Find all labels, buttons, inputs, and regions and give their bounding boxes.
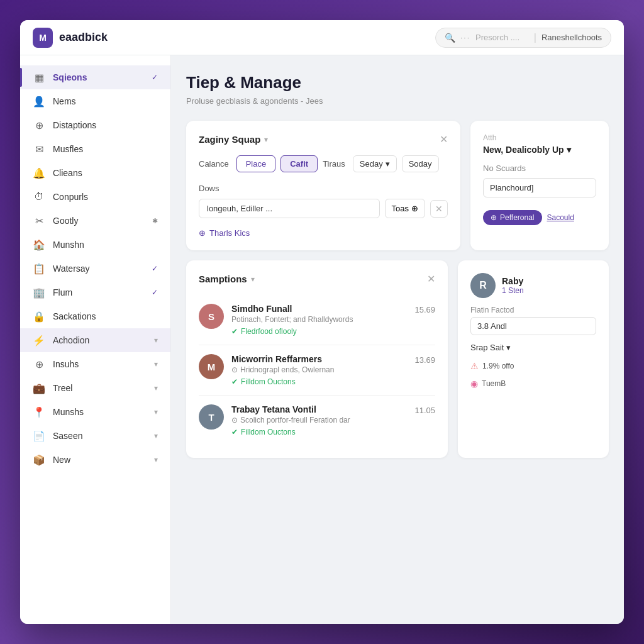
- search-bar[interactable]: 🔍 ··· Presorch .... | Raneshellchoots: [435, 28, 611, 48]
- chevron-down-icon[interactable]: ▾: [567, 145, 571, 155]
- chevron-down-icon: ▾: [154, 455, 158, 464]
- sidebar-item-new[interactable]: 📦 New ▾: [20, 448, 170, 472]
- item-sub: ⊙ Scolich portfor-freull Feration dar: [231, 416, 407, 425]
- pefferonal-button[interactable]: ⊕ Pefferonal: [483, 210, 542, 225]
- sidebar-item-treel[interactable]: 💼 Treel ▾: [20, 376, 170, 400]
- saseen-icon: 📄: [33, 430, 45, 442]
- sidebar-item-flum[interactable]: 🏢 Flum ✓: [20, 280, 170, 304]
- search-icon: 🔍: [445, 33, 455, 43]
- add-link-label: Tharls Kics: [209, 228, 250, 238]
- list-card-title: Samptions: [199, 274, 247, 284]
- alert-icon: ⚠: [470, 361, 479, 371]
- list-card-close[interactable]: ✕: [427, 273, 435, 285]
- side-card: Atth New, Dealicobly Up ▾ No Scuards ⊕ P…: [470, 121, 609, 250]
- sidebar-item-sackations[interactable]: 🔒 Sackations: [20, 304, 170, 328]
- sidebar-item-saseen[interactable]: 📄 Saseen ▾: [20, 424, 170, 448]
- search-input[interactable]: Presorch ....: [475, 33, 529, 42]
- sidebar-label: Sqieons: [53, 72, 144, 82]
- new-icon: 📦: [33, 453, 45, 466]
- avatar: S: [199, 304, 224, 329]
- sidebar-item-clieans[interactable]: 🔔 Clieans: [20, 161, 170, 185]
- list-item: T Trabay Tetana Vontil ⊙ Scolich portfor…: [199, 396, 435, 445]
- sidebar-item-munshn[interactable]: 🏠 Munshn: [20, 233, 170, 257]
- sidebar-item-conpurls[interactable]: ⏱ Conpurls: [20, 185, 170, 209]
- add-link[interactable]: ⊕ Tharls Kics: [199, 228, 448, 238]
- place-button[interactable]: Place: [236, 155, 276, 172]
- sidebar-label: Musfles: [53, 144, 158, 154]
- achodion-icon: ⚡: [33, 334, 45, 347]
- item-number: 15.69: [414, 305, 435, 314]
- dows-input[interactable]: [199, 199, 380, 218]
- watersay-icon: 📋: [33, 262, 45, 275]
- list-card: Samptions ▾ ✕ S Simdho Funall Potinach, …: [186, 260, 448, 458]
- soday-select[interactable]: Soday: [402, 155, 439, 172]
- right-item-2: ◉ TuemB: [470, 375, 596, 392]
- filter-card: Zaginy Squap ▾ ✕ Calance Place Cafit Tir…: [186, 121, 460, 250]
- item-name: Micworrin Reffarmers: [231, 354, 407, 364]
- list-dropdown-icon[interactable]: ▾: [251, 275, 255, 284]
- munshn-icon: 🏠: [33, 238, 45, 251]
- sidebar-label: Insuhs: [53, 359, 147, 369]
- sidebar-label: Sackations: [53, 311, 158, 321]
- seday-select[interactable]: Seday ▾: [353, 155, 397, 172]
- chevron-down-icon: ⊕: [411, 204, 418, 213]
- sidebar-item-gootly[interactable]: ✂ Gootly ✱: [20, 209, 170, 233]
- chevron-down-icon: ▾: [154, 384, 158, 392]
- sidebar-item-musfles[interactable]: ✉ Musfles: [20, 137, 170, 161]
- sidebar-item-munshs[interactable]: 📍 Munshs ▾: [20, 400, 170, 424]
- cafit-button[interactable]: Cafit: [280, 155, 318, 172]
- sidebar-label: Saseen: [53, 431, 147, 441]
- sidebar-label: New: [53, 455, 147, 465]
- right-item-1: ⚠ 1.9% offo: [470, 357, 596, 375]
- sidebar-item-achodion[interactable]: ⚡ Achodion ▾: [20, 328, 170, 352]
- item-status: ✔ Fledrfood oflooly: [231, 327, 407, 336]
- sidebar-item-nems[interactable]: 👤 Nems: [20, 89, 170, 113]
- chevron-icon: ✓: [152, 264, 158, 273]
- right-avatar: R: [470, 273, 496, 298]
- sacould-link[interactable]: Sacould: [547, 213, 574, 222]
- sidebar-label: Treel: [53, 383, 147, 393]
- cards-row-1: Zaginy Squap ▾ ✕ Calance Place Cafit Tir…: [186, 121, 609, 250]
- item-name: Trabay Tetana Vontil: [231, 404, 407, 414]
- avatar: T: [199, 404, 224, 430]
- right-sub: 1 Sten: [502, 286, 524, 295]
- chevron-down-icon: ▾: [154, 336, 158, 345]
- right-select[interactable]: Srap Sait ▾: [470, 343, 596, 352]
- right-field-label: Flatin Factod: [470, 306, 596, 314]
- check-icon: ✔: [231, 377, 238, 386]
- flum-icon: 🏢: [33, 286, 45, 299]
- right-card: R Raby 1 Sten Flatin Factod Srap Sait ▾ …: [458, 260, 609, 458]
- insuhs-icon: ⊕: [33, 358, 45, 370]
- sidebar-item-sqieons[interactable]: ▦ Sqieons ✓: [20, 65, 170, 89]
- logo-area: M eaadbick: [33, 28, 108, 48]
- filter-dropdown-icon[interactable]: ▾: [264, 135, 268, 144]
- app-window: M eaadbick 🔍 ··· Presorch .... | Raneshe…: [20, 20, 624, 624]
- filter-card-close[interactable]: ✕: [440, 133, 448, 145]
- sidebar-item-distaptions[interactable]: ⊕ Distaptions: [20, 113, 170, 137]
- sidebar-label: Munshs: [53, 407, 147, 417]
- chevron-icon: ✓: [152, 73, 158, 82]
- musfles-icon: ✉: [33, 143, 45, 155]
- sqieons-icon: ▦: [33, 71, 45, 84]
- item-status: ✔ Filldom Ouctons: [231, 377, 407, 386]
- cards-row-2: Samptions ▾ ✕ S Simdho Funall Potinach, …: [186, 260, 609, 458]
- side-card-title: New, Dealicobly Up ▾: [483, 145, 596, 155]
- social-icon: ◉: [470, 379, 478, 389]
- conpurls-icon: ⏱: [33, 191, 45, 203]
- header: M eaadbick 🔍 ··· Presorch .... | Raneshe…: [20, 20, 624, 55]
- location-icon: ⊙: [231, 416, 238, 425]
- planchourd-input[interactable]: [483, 178, 596, 197]
- nems-icon: 👤: [33, 95, 45, 108]
- sidebar-label: Flum: [53, 287, 144, 297]
- logo-icon: M: [33, 28, 53, 48]
- sidebar-label: Gootly: [53, 216, 145, 226]
- remove-filter-button[interactable]: ✕: [430, 200, 448, 218]
- filter-row-1: Calance Place Cafit Tiraus Seday ▾ Soday: [199, 155, 448, 172]
- filter-input-row: Toas ⊕ ✕: [199, 199, 448, 218]
- sidebar-item-insuhs[interactable]: ⊕ Insuhs ▾: [20, 352, 170, 376]
- filter-card-header: Zaginy Squap ▾ ✕: [199, 133, 448, 145]
- balance-label: Calance: [199, 159, 229, 169]
- sidebar-item-watersay[interactable]: 📋 Watersay ✓: [20, 257, 170, 280]
- right-field-input[interactable]: [470, 317, 596, 335]
- toas-select[interactable]: Toas ⊕: [385, 199, 425, 218]
